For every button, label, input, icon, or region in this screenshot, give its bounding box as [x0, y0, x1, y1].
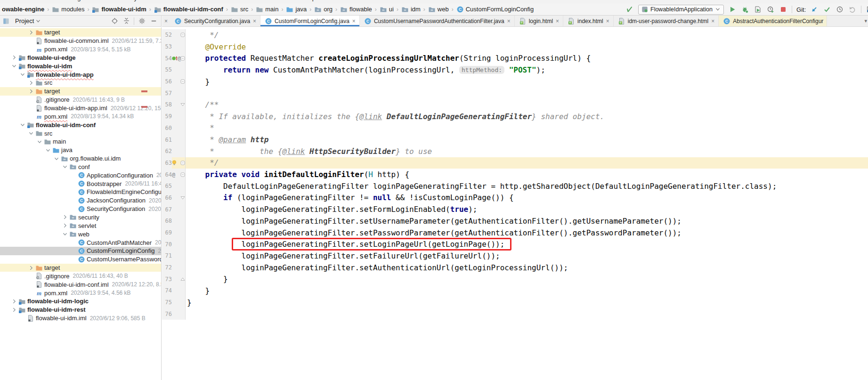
- breadcrumb-item[interactable]: src: [230, 5, 249, 14]
- tab-index-html[interactable]: Hindex.html×: [563, 16, 614, 26]
- tab-customusernamepasswordauthenticationfilter-java[interactable]: CCustomUsernamePasswordAuthenticationFil…: [360, 16, 515, 26]
- editor-code-area[interactable]: 52 */53 @Override54@ protected RequestMa…: [162, 27, 868, 380]
- menu-item-help[interactable]: Help: [303, 0, 316, 3]
- tree-item-pom-xml[interactable]: mpom.xml2020/8/13 9:54, 4.56 kB: [0, 289, 161, 297]
- tab-overflow-chevron-icon[interactable]: ▾: [864, 18, 867, 24]
- expand-arrow-icon[interactable]: [10, 54, 18, 61]
- breadcrumb-item[interactable]: org: [313, 5, 333, 14]
- tree-item-java[interactable]: java: [0, 146, 161, 154]
- tree-item-flowable-ui-idm-app-iml[interactable]: flowable-ui-idm-app.iml2020/6/12 12:20, …: [0, 104, 161, 113]
- tree-item-flowable-ui-idm-app[interactable]: flowable-ui-idm-app: [0, 70, 161, 79]
- menu-item-tools[interactable]: Tools: [227, 0, 242, 3]
- tab-idm-user-password-change-html[interactable]: Hidm-user-password-change.html×: [614, 16, 719, 26]
- collapse-arrow-icon[interactable]: [61, 231, 69, 237]
- tree-item-jacksonconfiguration[interactable]: CJacksonConfiguration2020/6/11 16:43: [0, 196, 161, 205]
- tree-item-bootstrapper[interactable]: CBootstrapper2020/6/11 16:43: [0, 179, 161, 188]
- fold-marker-icon[interactable]: [180, 195, 185, 200]
- collapse-arrow-icon[interactable]: [10, 63, 18, 69]
- expand-arrow-icon[interactable]: [27, 29, 35, 36]
- tree-item-flowable-ui-idm-iml[interactable]: flowable-ui-idm.iml2020/6/12 9:06, 585 B: [0, 314, 161, 323]
- tree-item-target[interactable]: target: [0, 28, 161, 37]
- close-icon[interactable]: ×: [711, 18, 715, 24]
- collapse-arrow-icon[interactable]: [27, 130, 35, 137]
- tree-item-conf[interactable]: conf: [0, 163, 161, 171]
- intention-bulb-icon[interactable]: [172, 160, 177, 165]
- implements-method-icon[interactable]: [172, 56, 178, 61]
- expand-arrow-icon[interactable]: [27, 88, 35, 95]
- tree-item-flowable-ui-common-iml[interactable]: flowable-ui-common.iml2020/6/12 11:59, 7…: [0, 37, 161, 45]
- menu-item-vcs[interactable]: VCS: [251, 0, 263, 3]
- clipped-tab-close-icon[interactable]: ×: [162, 16, 170, 26]
- tab-login-html[interactable]: Hlogin.html×: [515, 16, 563, 26]
- collapse-arrow-icon[interactable]: [61, 163, 69, 170]
- tree-item--gitignore[interactable]: .gitignore2020/6/11 16:43, 9 B: [0, 96, 161, 104]
- profiler-button[interactable]: [766, 5, 775, 14]
- tab-customformloginconfig-java[interactable]: CCustomFormLoginConfig.java×: [260, 16, 360, 26]
- expand-arrow-icon[interactable]: [10, 298, 18, 305]
- tree-item-flowable-ui-idm[interactable]: flowable-ui-idm: [0, 62, 161, 70]
- tree-item-main[interactable]: main: [0, 137, 161, 146]
- close-icon[interactable]: ×: [252, 18, 257, 24]
- expand-arrow-icon[interactable]: [61, 214, 69, 220]
- hide-panel-icon[interactable]: [149, 17, 158, 25]
- fold-marker-icon[interactable]: [180, 56, 185, 61]
- tree-item-src[interactable]: src: [0, 129, 161, 137]
- tree-item-flowable-ui-idm-conf-iml[interactable]: flowable-ui-idm-conf.iml2020/6/12 12:20,…: [0, 280, 161, 289]
- breadcrumb-item[interactable]: owable-engine: [1, 5, 45, 13]
- gear-icon[interactable]: [138, 17, 146, 25]
- close-icon[interactable]: ×: [606, 18, 610, 24]
- collapse-arrow-icon[interactable]: [19, 71, 26, 78]
- fold-marker-icon[interactable]: [180, 102, 185, 107]
- menu-item-code[interactable]: Code: [98, 0, 113, 3]
- menu-item-refactor[interactable]: Refactor: [153, 0, 176, 3]
- git-rollback-button[interactable]: [848, 5, 857, 14]
- tree-item-security[interactable]: security: [0, 213, 161, 222]
- menu-item-file[interactable]: File: [5, 0, 15, 3]
- menu-item-build[interactable]: Build: [185, 0, 198, 3]
- tree-item--gitignore[interactable]: .gitignore2020/6/11 16:43, 40 B: [0, 272, 161, 280]
- breadcrumb-item[interactable]: flowable-ui-idm: [91, 5, 147, 14]
- expand-arrow-icon[interactable]: [10, 307, 18, 313]
- annotated-icon[interactable]: @: [172, 171, 175, 178]
- collapse-arrow-icon[interactable]: [36, 138, 43, 145]
- fold-marker-icon[interactable]: [180, 277, 185, 282]
- tree-item-pom-xml[interactable]: mpom.xml2020/8/13 9:54, 5.15 kB: [0, 45, 161, 54]
- menu-item-analyze[interactable]: Analyze: [122, 0, 144, 3]
- tree-item-src[interactable]: src: [0, 79, 161, 87]
- tree-item-org-flowable-ui-idm[interactable]: org.flowable.ui.idm: [0, 154, 161, 163]
- back-arrow-icon[interactable]: [625, 5, 634, 14]
- tree-item-web[interactable]: web: [0, 230, 161, 238]
- close-icon[interactable]: ×: [555, 18, 560, 24]
- tree-item-flowable-ui-idm-logic[interactable]: flowable-ui-idm-logic: [0, 297, 161, 306]
- tree-item-target[interactable]: target: [0, 264, 161, 272]
- tree-item-customformloginconfig[interactable]: CCustomFormLoginConfig2020/6/11 16:43: [0, 247, 161, 255]
- fold-marker-icon[interactable]: [180, 79, 185, 84]
- stop-button[interactable]: [779, 5, 787, 14]
- breadcrumb-item[interactable]: ui: [379, 5, 395, 14]
- menu-item-run[interactable]: Run: [207, 0, 219, 3]
- breadcrumb-item[interactable]: CCustomFormLoginConfig: [455, 5, 535, 14]
- tree-item-flowableidmengineconfiguration[interactable]: CFlowableIdmEngineConfiguration2020/6/11: [0, 188, 161, 196]
- breadcrumb-item[interactable]: modules: [51, 5, 85, 14]
- git-history-button[interactable]: [836, 5, 844, 14]
- fold-marker-icon[interactable]: [180, 172, 185, 177]
- git-commit-button[interactable]: [823, 5, 831, 14]
- menu-item-navigate[interactable]: Navigate: [65, 0, 89, 3]
- expand-arrow-icon[interactable]: [61, 222, 69, 229]
- tree-item-target[interactable]: target: [0, 87, 161, 96]
- tool-window-layout-icon[interactable]: [866, 5, 868, 14]
- close-icon[interactable]: ×: [507, 18, 511, 24]
- menu-item-edit[interactable]: Edit: [24, 0, 34, 3]
- collapse-arrow-icon[interactable]: [19, 121, 26, 128]
- tree-item-servlet[interactable]: servlet: [0, 221, 161, 230]
- breadcrumb-item[interactable]: main: [255, 5, 279, 14]
- expand-arrow-icon[interactable]: [27, 265, 35, 271]
- expand-arrow-icon[interactable]: [27, 80, 35, 86]
- collapse-arrow-icon[interactable]: [44, 147, 52, 154]
- breadcrumb-item[interactable]: flowable-ui-idm-conf: [153, 5, 224, 14]
- git-update-button[interactable]: [810, 5, 819, 14]
- tab-abstractauthenticationfilterconfigur[interactable]: CAbstractAuthenticationFilterConfigur: [719, 16, 827, 26]
- menu-item-view[interactable]: View: [43, 0, 56, 3]
- run-with-coverage-button[interactable]: [754, 5, 762, 14]
- fold-marker-icon[interactable]: [180, 161, 185, 165]
